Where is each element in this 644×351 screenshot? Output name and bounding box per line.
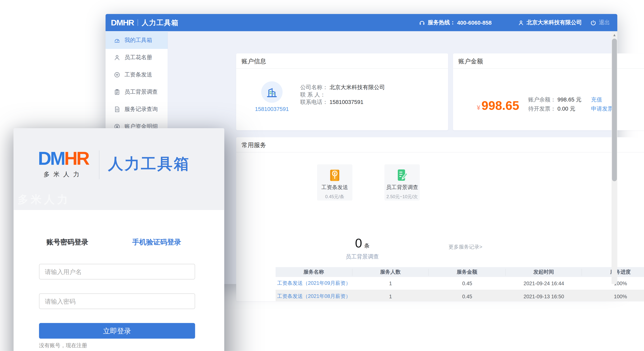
app-header: DMHR 人力工具箱 服务热线： 400-6060-858 北京大米科技有限公司 <box>106 14 617 31</box>
register-link[interactable]: 没有账号，现在注册 <box>39 342 87 349</box>
divider <box>236 152 644 152</box>
record-people: 1 <box>352 280 429 286</box>
field-value: 北京大米科技有限公司 <box>330 84 385 91</box>
salary-slip-icon: ¥ <box>317 168 352 183</box>
col-amount: 服务金额 <box>429 268 506 275</box>
service-card-background-check[interactable]: 员工背景调查 2.50元~10元/次 <box>384 164 420 201</box>
sidebar-item-service-records[interactable]: 服务记录查询 <box>106 101 168 118</box>
table-row: 工资条发送（2021年09月薪资） 1 0.45 2021-09-24 16:4… <box>276 277 644 290</box>
card-title: 常用服务 <box>242 141 266 149</box>
logo-divider <box>99 150 99 179</box>
login-hero: DMHR 多米人力 人力工具箱 多米人力 <box>14 128 224 210</box>
field-label: 联 系 人： <box>300 92 326 98</box>
user-icon <box>518 20 524 26</box>
divider <box>236 68 448 69</box>
field-company-name: 公司名称： 北京大米科技有限公司 <box>300 84 385 91</box>
balance-amount-value: 998.65 <box>482 99 519 113</box>
account-phone-link[interactable]: 15810037591 <box>247 106 296 112</box>
brand: DMHR 人力工具箱 <box>111 18 179 27</box>
record-link[interactable]: 工资条发送（2021年09月薪资） <box>277 280 350 286</box>
header-right: 服务热线： 400-6060-858 北京大米科技有限公司 退出 <box>419 19 610 26</box>
tab-password-login[interactable]: 账号密码登录 <box>46 238 88 247</box>
table-row: 工资条发送（2021年08月薪资） 1 0.45 2021-09-13 16:5… <box>276 290 644 301</box>
hotline: 服务热线： 400-6060-858 <box>419 19 492 26</box>
content-area: 账户信息 15810037591 公司名称： 北京大米科技有限公司 联 系 人 <box>168 31 612 284</box>
recharge-link[interactable]: 充值 <box>591 96 602 104</box>
record-amount: 0.45 <box>429 280 506 286</box>
col-service-name: 服务名称 <box>276 268 352 275</box>
account-info-card: 账户信息 15810037591 公司名称： 北京大米科技有限公司 联 系 人 <box>236 54 448 130</box>
service-price: 2.50元~10元/次 <box>384 194 420 200</box>
brand-divider <box>138 19 138 26</box>
logo-app-name: 人力工具箱 <box>108 154 190 174</box>
record-people: 1 <box>352 293 429 299</box>
login-panel: DMHR 多米人力 人力工具箱 多米人力 账号密码登录 手机验证码登录 立即登录… <box>14 128 224 351</box>
stat-count: 0 <box>355 236 362 250</box>
logout-button[interactable]: 退出 <box>590 19 610 26</box>
common-services-card: 常用服务 ¥ 工资条发送 0.45元/条 <box>236 137 644 301</box>
field-contact-person: 联 系 人： <box>300 91 385 99</box>
stat-background-check: 0条 员工背景调查 <box>334 236 391 260</box>
col-people: 服务人数 <box>352 268 429 275</box>
login-button[interactable]: 立即登录 <box>39 323 195 338</box>
brand-app-name: 人力工具箱 <box>142 18 179 27</box>
records-table: 服务名称 服务人数 服务金额 发起时间 服务进度 工资条发送（2021年09月薪… <box>276 267 644 301</box>
sidebar-item-payslip-send[interactable]: 工资条发送 <box>106 66 168 84</box>
service-name: 员工背景调查 <box>384 184 420 191</box>
balance-row: 账户余额： 998.65 元 <box>528 96 582 104</box>
col-start-time: 发起时间 <box>506 268 582 275</box>
hotline-number: 400-6060-858 <box>457 20 492 26</box>
scrollbar-up-arrow[interactable]: ▲ <box>612 33 616 37</box>
company-name: 北京大米科技有限公司 <box>526 19 582 26</box>
logo-subtext: 多米人力 <box>32 170 94 178</box>
stat-label: 员工背景调查 <box>334 253 391 260</box>
dashboard-gauge-icon <box>114 37 120 44</box>
background-check-icon <box>384 168 420 183</box>
balance-amount: ¥ 998.65 <box>477 99 519 113</box>
account-fields: 公司名称： 北京大米科技有限公司 联 系 人： 联系电话： 1581003759… <box>300 84 385 106</box>
dmhr-logo: DMHR 多米人力 <box>32 150 94 178</box>
headset-icon <box>419 20 425 26</box>
currency-symbol: ¥ <box>477 104 480 111</box>
record-time: 2021-09-13 16:50 <box>506 293 582 299</box>
logo-wordmark: DMHR <box>32 150 94 168</box>
sidebar-item-label: 员工背景调查 <box>124 88 158 96</box>
sidebar-item-background-check[interactable]: 员工背景调查 <box>106 84 168 101</box>
logo-hr: HR <box>64 148 88 169</box>
balance-value: 998.65 元 <box>558 97 582 103</box>
field-contact-phone: 联系电话： 15810037591 <box>300 99 385 106</box>
vertical-scrollbar: ▲ <box>612 31 617 284</box>
building-icon <box>266 86 278 98</box>
sidebar-item-label: 我的工具箱 <box>124 37 152 44</box>
svg-text:¥: ¥ <box>334 171 336 176</box>
sidebar-item-label: 员工花名册 <box>124 54 152 61</box>
sidebar-item-label: 服务记录查询 <box>124 106 158 113</box>
record-link[interactable]: 工资条发送（2021年08月薪资） <box>277 293 350 299</box>
scrollbar-thumb[interactable] <box>612 39 617 181</box>
username-input[interactable] <box>39 264 195 279</box>
sidebar-item-label: 工资条发送 <box>124 71 152 79</box>
page: DMHR 人力工具箱 服务热线： 400-6060-858 北京大米科技有限公司 <box>0 0 644 351</box>
sidebar-item-roster[interactable]: 员工花名册 <box>106 49 168 66</box>
record-amount: 0.45 <box>429 293 506 299</box>
card-title: 账户信息 <box>242 58 266 65</box>
record-time: 2021-09-24 16:44 <box>506 280 582 286</box>
person-icon <box>114 54 120 61</box>
field-value: 15810037591 <box>330 99 364 105</box>
watermark: 多米人力 <box>18 192 70 207</box>
stage: DMHR 人力工具箱 服务热线： 400-6060-858 北京大米科技有限公司 <box>0 0 644 351</box>
document-icon <box>114 106 120 113</box>
password-input[interactable] <box>39 293 195 309</box>
request-invoice-link[interactable]: 申请发票 <box>591 105 613 113</box>
company-avatar <box>261 81 282 103</box>
service-card-payslip[interactable]: ¥ 工资条发送 0.45元/条 <box>317 164 352 201</box>
logout-label: 退出 <box>599 19 610 26</box>
brand-logo: DMHR <box>111 18 134 27</box>
sidebar-item-my-toolbox[interactable]: 我的工具箱 <box>106 32 169 49</box>
service-name: 工资条发送 <box>317 184 352 191</box>
service-price: 0.45元/条 <box>317 194 352 200</box>
record-progress: 100% <box>582 293 644 299</box>
more-records-link[interactable]: 更多服务记录> <box>448 244 482 251</box>
tab-sms-login[interactable]: 手机验证码登录 <box>132 238 181 247</box>
company-menu[interactable]: 北京大米科技有限公司 <box>518 19 582 26</box>
